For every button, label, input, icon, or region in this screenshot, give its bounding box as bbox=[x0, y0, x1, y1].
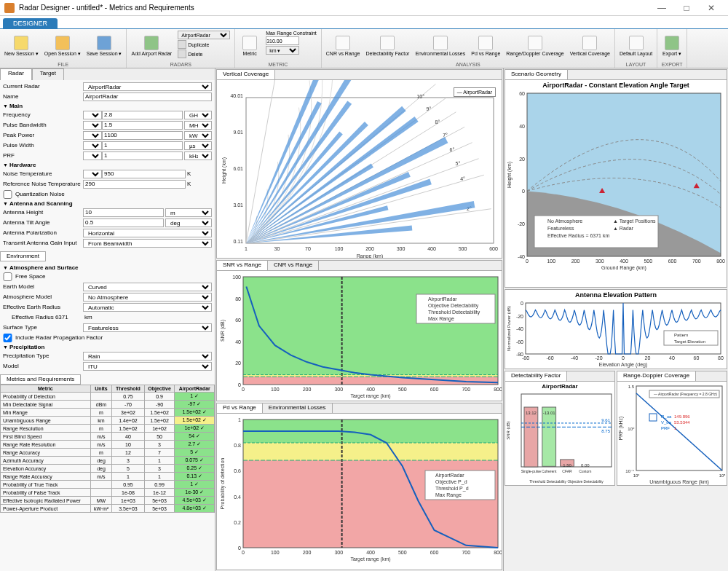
svg-text:Target range (km): Target range (km) bbox=[350, 556, 390, 562]
svg-text:1.5: 1.5 bbox=[628, 385, 635, 389]
svg-text:400: 400 bbox=[620, 259, 628, 264]
rangedop-button[interactable]: Range/Doppler Coverage bbox=[503, 30, 566, 62]
svg-text:-40: -40 bbox=[571, 355, 578, 361]
metric-button[interactable]: Metric bbox=[237, 30, 263, 62]
save-session-button[interactable]: Save Session ▾ bbox=[84, 30, 125, 62]
svg-text:Target Elevation: Target Elevation bbox=[674, 339, 705, 344]
svg-text:Objective Detectability: Objective Detectability bbox=[428, 303, 479, 309]
app-icon bbox=[4, 3, 15, 13]
maximize-button[interactable]: □ bbox=[674, 1, 699, 15]
close-button[interactable]: ✕ bbox=[699, 1, 724, 15]
svg-text:Single-pulse: Single-pulse bbox=[521, 469, 542, 473]
right-panel: Scenario Geometry AirportRadar - Constan… bbox=[504, 68, 728, 571]
antenna-chart: Antenna Elevation Pattern -80-60-40-2002… bbox=[505, 289, 727, 369]
tab-metrics[interactable]: Metrics and Requirements bbox=[0, 374, 81, 385]
max-range-input[interactable] bbox=[266, 36, 299, 45]
svg-text:Height (km): Height (km) bbox=[221, 157, 227, 184]
svg-text:800: 800 bbox=[494, 387, 502, 392]
svg-text:4°: 4° bbox=[460, 176, 465, 181]
svg-text:80: 80 bbox=[235, 296, 241, 302]
svg-text:9.01: 9.01 bbox=[233, 130, 243, 135]
svg-text:0: 0 bbox=[521, 301, 523, 306]
svg-text:PRF (kHz): PRF (kHz) bbox=[618, 417, 624, 441]
svg-text:0.00: 0.00 bbox=[581, 463, 590, 468]
svg-text:40: 40 bbox=[519, 124, 525, 129]
detect-button[interactable]: Detectability Factor bbox=[363, 30, 412, 62]
metric-unit-select[interactable]: km ▾ bbox=[266, 46, 299, 55]
svg-text:Elevation Angle (deg): Elevation Angle (deg) bbox=[599, 362, 648, 368]
svg-text:500: 500 bbox=[644, 259, 652, 264]
duplicate-icon bbox=[178, 40, 186, 49]
svg-rect-139 bbox=[524, 407, 538, 467]
svg-text:0: 0 bbox=[522, 189, 525, 194]
svg-text:30: 30 bbox=[274, 246, 280, 251]
svg-text:-60: -60 bbox=[546, 355, 553, 361]
svg-text:10³: 10³ bbox=[719, 473, 726, 478]
duplicate-button[interactable]: Duplicate bbox=[188, 42, 209, 47]
svg-text:-20: -20 bbox=[518, 221, 525, 227]
svg-text:600: 600 bbox=[430, 550, 439, 555]
svg-text:100: 100 bbox=[232, 275, 241, 280]
vertical-button[interactable]: Vertical Coverage bbox=[567, 30, 613, 62]
svg-text:8°: 8° bbox=[435, 119, 440, 125]
svg-text:PRF: PRF bbox=[661, 426, 670, 430]
svg-text:Max Range: Max Range bbox=[435, 492, 462, 498]
env-button[interactable]: Environmental Losses bbox=[412, 30, 468, 62]
radar-select[interactable]: AirportRadar bbox=[178, 31, 230, 39]
svg-text:6.01: 6.01 bbox=[233, 166, 243, 171]
tab-target[interactable]: Target bbox=[32, 68, 64, 80]
tab-designer[interactable]: DESIGNER bbox=[3, 18, 58, 28]
default-layout-button[interactable]: Default Layout bbox=[617, 30, 655, 62]
svg-text:100: 100 bbox=[271, 550, 280, 555]
left-panel: Radar Target Current RadarAirportRadar N… bbox=[0, 68, 215, 571]
svg-text:▲ Radar: ▲ Radar bbox=[613, 226, 634, 231]
svg-text:0: 0 bbox=[242, 550, 245, 555]
svg-text:13.12: 13.12 bbox=[526, 411, 537, 415]
svg-text:Pattern: Pattern bbox=[674, 333, 688, 337]
svg-text:200: 200 bbox=[571, 259, 580, 264]
svg-text:3.01: 3.01 bbox=[233, 202, 243, 208]
svg-text:0.6: 0.6 bbox=[234, 468, 241, 473]
tab-radar[interactable]: Radar bbox=[0, 68, 32, 80]
svg-text:— AirportRadar (Frequency = 2.: — AirportRadar (Frequency = 2.8 GHz) bbox=[654, 392, 717, 396]
tab-environment[interactable]: Environment bbox=[0, 251, 46, 261]
svg-text:700: 700 bbox=[462, 550, 470, 555]
export-button[interactable]: Export ▾ bbox=[659, 30, 685, 62]
svg-text:9.61: 9.61 bbox=[601, 418, 610, 422]
delete-button[interactable]: Delete bbox=[188, 52, 202, 57]
new-session-button[interactable]: New Session ▾ bbox=[1, 30, 41, 62]
svg-text:0: 0 bbox=[238, 546, 241, 551]
svg-text:Featureless: Featureless bbox=[547, 226, 574, 231]
cnr-button[interactable]: CNR vs Range bbox=[323, 30, 363, 62]
svg-text:SNR (dB): SNR (dB) bbox=[506, 421, 510, 440]
svg-text:40: 40 bbox=[669, 355, 675, 361]
center-panel: Vertical Coverage 2°4°5°6°7°8°9°10°20°0.… bbox=[215, 68, 504, 571]
minimize-button[interactable]: — bbox=[649, 1, 674, 15]
svg-text:No Atmosphere: No Atmosphere bbox=[547, 218, 582, 224]
scenario-chart: Scenario Geometry AirportRadar - Constan… bbox=[505, 69, 727, 288]
svg-text:Threshold P_d: Threshold P_d bbox=[435, 486, 469, 492]
svg-text:20: 20 bbox=[519, 157, 525, 162]
add-radar-button[interactable]: Add Airport Radar bbox=[128, 30, 175, 62]
svg-text:Normalized Power (dB): Normalized Power (dB) bbox=[507, 306, 511, 351]
metrics-table: MetricUnitsThresholdObjectiveAirportRada… bbox=[0, 385, 215, 513]
svg-text:Ground Range (km): Ground Range (km) bbox=[601, 265, 646, 271]
svg-rect-157 bbox=[636, 386, 722, 470]
svg-text:1: 1 bbox=[238, 417, 241, 422]
svg-text:7°: 7° bbox=[443, 133, 448, 138]
svg-text:10²: 10² bbox=[633, 473, 640, 478]
detectability-chart: Detectability Factor AirportRadar 13.12-… bbox=[505, 371, 615, 486]
svg-text:0: 0 bbox=[526, 259, 529, 264]
svg-text:V_ua: V_ua bbox=[661, 420, 672, 425]
svg-text:CFAR: CFAR bbox=[562, 469, 572, 473]
svg-text:Probability of detection: Probability of detection bbox=[220, 457, 226, 509]
svg-text:200: 200 bbox=[303, 387, 312, 392]
svg-text:53.5344: 53.5344 bbox=[674, 420, 690, 425]
svg-text:300: 300 bbox=[397, 246, 405, 251]
open-session-button[interactable]: Open Session ▾ bbox=[41, 30, 84, 62]
pd-button[interactable]: Pd vs Range bbox=[468, 30, 503, 62]
svg-text:500: 500 bbox=[398, 387, 407, 392]
svg-text:Objective P_d: Objective P_d bbox=[435, 479, 467, 485]
svg-text:10⁰: 10⁰ bbox=[628, 427, 635, 431]
svg-text:5°: 5° bbox=[456, 161, 461, 166]
